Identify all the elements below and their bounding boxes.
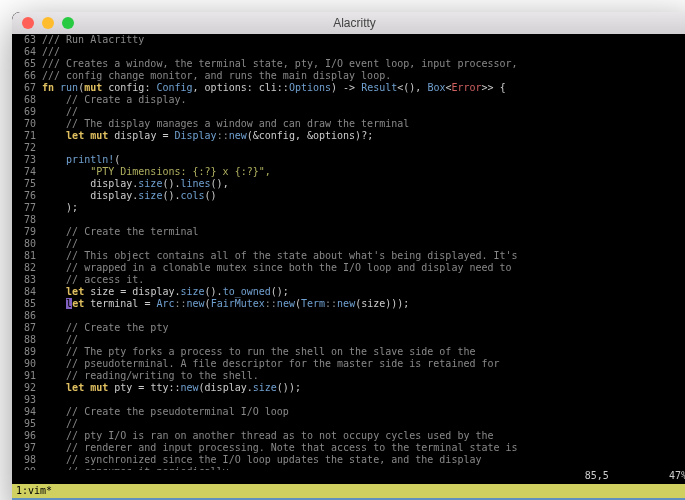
- cursor-line: let terminal = Arc::new(FairMutex::new(T…: [42, 298, 685, 310]
- vim-ruler: 85,5 47%: [12, 470, 685, 484]
- line-number-gutter: 6364656667686970717273747576777879808182…: [12, 34, 42, 470]
- titlebar[interactable]: Alacritty: [12, 12, 685, 34]
- code-area[interactable]: /// Run Alacritty /// /// Creates a wind…: [42, 34, 685, 470]
- window-title: Alacritty: [12, 16, 685, 30]
- cursor-position: 85,5: [585, 470, 609, 481]
- scroll-percent: 47%: [669, 470, 685, 481]
- terminal-content[interactable]: 6364656667686970717273747576777879808182…: [12, 34, 685, 470]
- tmux-status-left: 1:vim*: [12, 484, 685, 498]
- terminal-window: Alacritty 636465666768697071727374757677…: [12, 12, 685, 500]
